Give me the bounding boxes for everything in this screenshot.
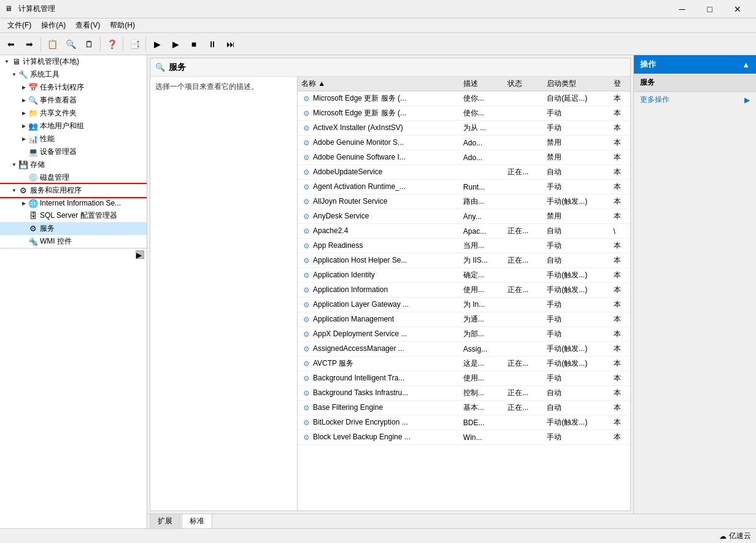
table-row[interactable]: ⚙ActiveX Installer (AxInstSV)为从 ...手动本 [298, 121, 630, 136]
menu-file[interactable]: 文件(F) [2, 19, 36, 32]
col-status[interactable]: 状态 [504, 77, 543, 91]
menu-view[interactable]: 查看(V) [71, 19, 105, 32]
tree-arrow-storage[interactable]: ▼ [10, 162, 18, 168]
toolbar-stop[interactable]: ■ [185, 36, 202, 53]
table-row[interactable]: ⚙Adobe Genuine Monitor S...Ado...禁用本 [298, 136, 630, 150]
tree-item-system-tools[interactable]: ▼🔧系统工具 [0, 68, 147, 81]
close-button[interactable]: ✕ [723, 0, 751, 18]
tree-item-services[interactable]: ⚙服务 [0, 222, 147, 235]
minimize-button[interactable]: ─ [668, 0, 696, 18]
toolbar-btn1[interactable]: 📋 [44, 36, 61, 53]
tree-arrow-computer[interactable]: ▼ [2, 59, 11, 64]
service-logon: \ [610, 224, 630, 239]
gear-icon: ⚙ [301, 94, 311, 104]
table-row[interactable]: ⚙Adobe Genuine Software I...Ado...禁用本 [298, 150, 630, 165]
menu-help[interactable]: 帮助(H) [105, 19, 140, 32]
table-row[interactable]: ⚙Application Layer Gateway ...为 In...手动本 [298, 298, 630, 312]
table-row[interactable]: ⚙Base Filtering Engine基本...正在...自动本 [298, 401, 630, 415]
table-row[interactable]: ⚙AllJoyn Router Service路由...手动(触发...)本 [298, 194, 630, 209]
service-status: 正在... [504, 386, 543, 401]
toolbar-btn4[interactable]: 📑 [126, 36, 143, 53]
toolbar-btn3[interactable]: 🗒 [80, 36, 98, 53]
table-row[interactable]: ⚙AppX Deployment Service ...为部...手动本 [298, 327, 630, 342]
tree-item-local-users[interactable]: ▶👥本地用户和组 [0, 120, 147, 133]
table-row[interactable]: ⚙Application Host Helper Se...为 IIS...正在… [298, 253, 630, 268]
service-logon: 本 [610, 283, 630, 298]
maximize-button[interactable]: □ [696, 0, 723, 18]
table-row[interactable]: ⚙Agent Activation Runtime_...Runt...手动本 [298, 180, 630, 194]
table-row[interactable]: ⚙App Readiness当用...手动本 [298, 239, 630, 253]
col-starttype[interactable]: 启动类型 [543, 77, 609, 91]
tree-icon-computer: 🖥 [11, 57, 21, 67]
tree-item-services-apps[interactable]: ▼⚙服务和应用程序 [0, 184, 147, 197]
tree-item-event-viewer[interactable]: ▶🔍事件查看器 [0, 94, 147, 107]
tree-arrow-local-users[interactable]: ▶ [20, 123, 28, 129]
tree-item-disk-mgmt[interactable]: 💿磁盘管理 [0, 171, 147, 184]
tree-label-services-apps: 服务和应用程序 [30, 185, 82, 196]
tab-expand[interactable]: 扩展 [150, 514, 180, 528]
table-row[interactable]: ⚙Block Level Backup Engine ...Win...手动本 [298, 430, 630, 445]
tree-item-wmi[interactable]: 🔩WMI 控件 [0, 235, 147, 248]
table-row[interactable]: ⚙Background Intelligent Tra...使用...手动本 [298, 371, 630, 386]
tree-item-iis[interactable]: ▶🌐Internet Information Se... [0, 197, 147, 209]
tree-item-computer[interactable]: ▼🖥计算机管理(本地) [0, 55, 147, 68]
search-icon: 🔍 [155, 63, 165, 72]
service-starttype: 手动 [543, 371, 609, 386]
table-row[interactable]: ⚙Application Identity确定...手动(触发...)本 [298, 268, 630, 283]
service-status: 正在... [504, 283, 543, 298]
table-row[interactable]: ⚙AdobeUpdateService正在...自动本 [298, 165, 630, 180]
toolbar-play[interactable]: ▶ [148, 36, 166, 53]
tree-arrow-shared-folders[interactable]: ▶ [20, 110, 28, 116]
table-row[interactable]: ⚙AVCTP 服务这是...正在...手动(触发...)本 [298, 356, 630, 371]
menu-action[interactable]: 操作(A) [36, 19, 71, 32]
service-logon: 本 [610, 298, 630, 312]
tree-item-task-scheduler[interactable]: ▶📅任务计划程序 [0, 81, 147, 94]
tree-item-device-manager[interactable]: 💻设备管理器 [0, 145, 147, 158]
table-row[interactable]: ⚙Microsoft Edge 更新 服务 (...使你...手动本 [298, 106, 630, 121]
toolbar-btn2[interactable]: 🔍 [62, 36, 79, 53]
menu-bar: 文件(F) 操作(A) 查看(V) 帮助(H) [0, 18, 756, 33]
table-row[interactable]: ⚙Background Tasks Infrastru...控制...正在...… [298, 386, 630, 401]
toolbar-back[interactable]: ⬅ [2, 36, 20, 53]
service-starttype: 手动(触发...) [543, 415, 609, 430]
toolbar-forward[interactable]: ➡ [21, 36, 38, 53]
more-actions-item[interactable]: 更多操作 ▶ [634, 92, 756, 107]
toolbar-help[interactable]: ❓ [103, 36, 120, 53]
table-container[interactable]: 名称 ▲ 描述 状态 启动类型 登 ⚙Microsoft Edge 更新 服务 … [298, 77, 630, 510]
col-logon[interactable]: 登 [610, 77, 630, 91]
tree-item-performance[interactable]: ▶📊性能 [0, 133, 147, 145]
tree-label-services: 服务 [40, 223, 55, 234]
gear-icon: ⚙ [301, 271, 311, 280]
tree-arrow-system-tools[interactable]: ▼ [10, 72, 18, 77]
toolbar-sep1 [40, 37, 41, 52]
tree-item-sql-server[interactable]: 🗄SQL Server 配置管理器 [0, 209, 147, 222]
toolbar-pause[interactable]: ⏸ [204, 36, 221, 53]
toolbar-play2[interactable]: ▶ [167, 36, 184, 53]
tab-standard[interactable]: 标准 [182, 514, 212, 528]
service-desc: 控制... [460, 386, 504, 401]
toolbar-sep4 [145, 37, 146, 52]
service-name: ⚙AnyDesk Service [298, 209, 460, 224]
tree-arrow-event-viewer[interactable]: ▶ [20, 98, 28, 103]
table-row[interactable]: ⚙Application Management为通...手动本 [298, 312, 630, 327]
col-desc[interactable]: 描述 [460, 77, 504, 91]
actions-title: 操作 [640, 59, 656, 70]
tree-arrow-services-apps[interactable]: ▼ [10, 188, 18, 193]
table-row[interactable]: ⚙AssignedAccessManager ...Assig...手动(触发.… [298, 342, 630, 356]
toolbar-restart[interactable]: ⏭ [222, 36, 239, 53]
tree-arrow-performance[interactable]: ▶ [20, 136, 28, 142]
tree-arrow-iis[interactable]: ▶ [20, 201, 28, 206]
table-row[interactable]: ⚙Apache2.4Apac...正在...自动\ [298, 224, 630, 239]
tree-item-shared-folders[interactable]: ▶📁共享文件夹 [0, 107, 147, 120]
table-row[interactable]: ⚙BitLocker Drive Encryption ...BDE...手动(… [298, 415, 630, 430]
table-row[interactable]: ⚙Microsoft Edge 更新 服务 (...使你...自动(延迟...)… [298, 91, 630, 106]
service-desc: Win... [460, 430, 504, 445]
left-panel-scroll[interactable]: ▶ [136, 250, 144, 259]
service-desc: 为部... [460, 327, 504, 342]
col-name[interactable]: 名称 ▲ [298, 77, 460, 91]
table-row[interactable]: ⚙Application Information使用...正在...手动(触发.… [298, 283, 630, 298]
tree-item-storage[interactable]: ▼💾存储 [0, 158, 147, 171]
tree-arrow-task-scheduler[interactable]: ▶ [20, 85, 28, 90]
title-bar-controls: ─ □ ✕ [668, 0, 751, 18]
table-row[interactable]: ⚙AnyDesk ServiceAny...禁用本 [298, 209, 630, 224]
